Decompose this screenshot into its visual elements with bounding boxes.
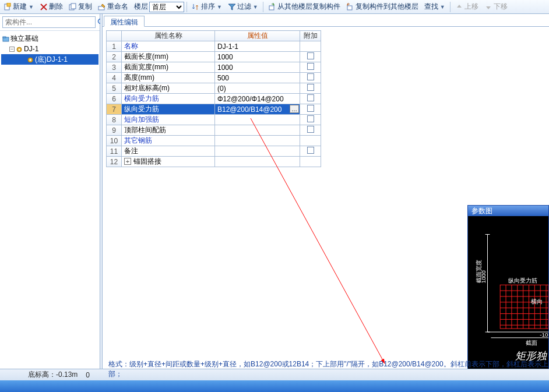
table-row[interactable]: 5相对底标高(m)(0) — [107, 83, 321, 94]
search-input[interactable] — [2, 16, 96, 28]
table-row[interactable]: 1名称DJ-1-1 — [107, 41, 321, 52]
prop-value[interactable]: 500 — [215, 73, 300, 83]
prop-addflag[interactable] — [300, 136, 321, 146]
new-button[interactable]: 新建▼ — [1, 1, 36, 13]
prop-name: 相对底标高(m) — [122, 83, 215, 94]
prop-addflag[interactable] — [300, 41, 321, 52]
col-rownum — [107, 31, 122, 41]
prop-addflag[interactable] — [300, 115, 321, 125]
move-down-button[interactable]: 下移 — [482, 1, 510, 13]
row-number: 6 — [107, 94, 122, 104]
rename-button[interactable]: 重命名 — [96, 1, 131, 13]
svg-rect-5 — [269, 6, 274, 10]
prop-value[interactable]: (0) — [215, 83, 300, 94]
prop-addflag[interactable] — [300, 157, 321, 167]
checkbox[interactable] — [307, 63, 314, 70]
prop-name: 短向加强筋 — [122, 115, 215, 125]
row-number: 5 — [107, 83, 122, 94]
prop-addflag[interactable] — [300, 73, 321, 83]
prop-addflag[interactable] — [300, 146, 321, 157]
prop-addflag[interactable] — [300, 125, 321, 136]
prop-value[interactable]: DJ-1-1 — [215, 41, 300, 52]
row-number: 11 — [107, 146, 122, 157]
prop-name: +锚固搭接 — [122, 157, 215, 167]
prop-name: 名称 — [122, 41, 215, 52]
delete-button[interactable]: 删除 — [37, 1, 65, 13]
move-up-button[interactable]: 上移 — [453, 1, 481, 13]
expand-icon[interactable]: + — [124, 158, 131, 165]
cell-ellipsis-button[interactable]: … — [290, 105, 299, 113]
svg-text:横向: 横向 — [531, 298, 543, 305]
row-number: 8 — [107, 115, 122, 125]
tree-root[interactable]: 独立基础 — [1, 33, 98, 44]
param-title: 参数图 — [468, 206, 548, 216]
table-row[interactable]: 9顶部柱间配筋 — [107, 125, 321, 136]
table-row[interactable]: 7纵向受力筋B12@200/B14@200… — [107, 104, 321, 115]
svg-rect-9 — [3, 37, 6, 38]
floor-select[interactable]: 首层 — [149, 2, 184, 12]
col-name: 属性名称 — [122, 31, 215, 41]
row-number: 12 — [107, 157, 122, 167]
row-number: 2 — [107, 52, 122, 62]
prop-name: 纵向受力筋 — [122, 104, 215, 115]
row-number: 7 — [107, 104, 122, 115]
prop-addflag[interactable] — [300, 94, 321, 104]
prop-value[interactable] — [215, 136, 300, 146]
checkbox[interactable] — [307, 94, 314, 101]
sort-button[interactable]: 排序▼ — [189, 1, 224, 13]
table-row[interactable]: 10其它钢筋 — [107, 136, 321, 146]
prop-value[interactable] — [215, 146, 300, 157]
checkbox[interactable] — [307, 126, 314, 133]
prop-value[interactable] — [215, 125, 300, 136]
table-row[interactable]: 4高度(mm)500 — [107, 73, 321, 83]
svg-point-11 — [19, 49, 20, 51]
prop-addflag[interactable] — [300, 52, 321, 62]
svg-text:1000: 1000 — [480, 270, 487, 283]
prop-name: 截面长度(mm) — [122, 52, 215, 62]
table-row[interactable]: 11备注 — [107, 146, 321, 157]
table-row[interactable]: 6横向受力筋Φ12@200/Φ14@200 — [107, 94, 321, 104]
copy-button[interactable]: 复制 — [66, 1, 94, 13]
svg-rect-3 — [71, 3, 76, 9]
prop-addflag[interactable] — [300, 83, 321, 94]
prop-name: 其它钢筋 — [122, 136, 215, 146]
status-elevation: 底标高：-0.13m — [28, 370, 78, 380]
table-row[interactable]: 12+锚固搭接 — [107, 157, 321, 167]
row-number: 3 — [107, 62, 122, 73]
col-add: 附加 — [300, 31, 321, 41]
checkbox[interactable] — [307, 84, 314, 91]
svg-text:纵向受力筋: 纵向受力筋 — [508, 277, 537, 284]
expander-icon[interactable]: − — [9, 47, 15, 52]
col-value: 属性值 — [215, 31, 300, 41]
prop-addflag[interactable] — [300, 62, 321, 73]
find-button[interactable]: 查找▼ — [422, 1, 448, 13]
prop-value[interactable] — [215, 157, 300, 167]
prop-value[interactable]: B12@200/B14@200… — [215, 104, 300, 115]
tree-item-dj1[interactable]: − DJ-1 — [1, 44, 98, 54]
taskbar — [0, 380, 549, 392]
tree-item-dj11[interactable]: (底)DJ-1-1 — [1, 54, 98, 65]
checkbox[interactable] — [307, 147, 314, 154]
floor-label: 楼层 — [134, 2, 148, 12]
parameter-diagram-panel: 参数图 截面宽度 1000 — [467, 205, 549, 369]
checkbox[interactable] — [307, 52, 314, 59]
prop-addflag[interactable] — [300, 104, 321, 115]
checkbox[interactable] — [307, 105, 314, 112]
table-row[interactable]: 2截面长度(mm)1000 — [107, 52, 321, 62]
prop-value[interactable]: Φ12@200/Φ14@200 — [215, 94, 300, 104]
prop-value[interactable]: 1000 — [215, 62, 300, 73]
prop-value[interactable]: 1000 — [215, 52, 300, 62]
checkbox[interactable] — [307, 73, 314, 80]
copy-from-other-floor-button[interactable]: 从其他楼层复制构件 — [266, 1, 343, 13]
svg-point-13 — [30, 59, 31, 61]
left-panel: 独立基础 − DJ-1 (底)DJ-1-1 — [0, 14, 100, 376]
tab-property-edit[interactable]: 属性编辑 — [104, 16, 145, 27]
component-tree[interactable]: 独立基础 − DJ-1 (底)DJ-1-1 — [0, 31, 100, 376]
copy-to-other-floor-button[interactable]: 复制构件到其他楼层 — [344, 1, 421, 13]
prop-name: 备注 — [122, 146, 215, 157]
checkbox[interactable] — [307, 115, 314, 122]
table-row[interactable]: 3截面宽度(mm)1000 — [107, 62, 321, 73]
filter-button[interactable]: 过滤▼ — [226, 1, 261, 13]
table-row[interactable]: 8短向加强筋 — [107, 115, 321, 125]
prop-value[interactable] — [215, 115, 300, 125]
